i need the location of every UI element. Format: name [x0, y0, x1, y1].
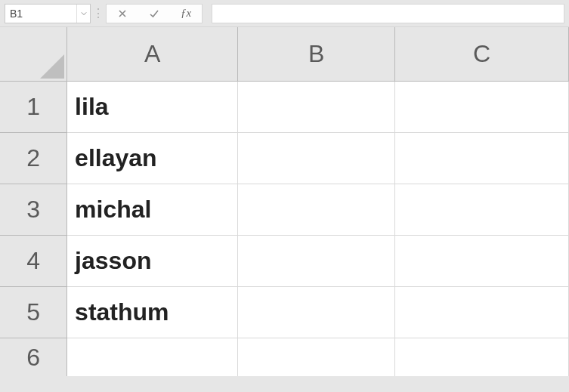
- cell-C3[interactable]: [395, 184, 569, 236]
- select-all-corner[interactable]: [0, 27, 67, 82]
- cell-A5[interactable]: stathum: [67, 287, 238, 338]
- cell-C2[interactable]: [395, 133, 569, 184]
- cell-A1[interactable]: lila: [67, 82, 238, 133]
- cell-A6[interactable]: [67, 338, 238, 376]
- row-header-1[interactable]: 1: [0, 82, 67, 133]
- spreadsheet-grid: A B C 1 lila 2 ellayan 3 michal 4 jasson: [0, 27, 569, 376]
- row-header-2[interactable]: 2: [0, 133, 67, 184]
- row-6: 6: [0, 338, 569, 376]
- row-header-3[interactable]: 3: [0, 184, 67, 236]
- cell-B1[interactable]: [238, 82, 395, 133]
- row-header-6[interactable]: 6: [0, 338, 67, 376]
- cancel-button[interactable]: [107, 5, 138, 23]
- rows: 1 lila 2 ellayan 3 michal 4 jasson 5 sta…: [0, 82, 569, 376]
- cell-A2[interactable]: ellayan: [67, 133, 238, 184]
- formula-input[interactable]: [212, 4, 564, 23]
- cell-B5[interactable]: [238, 287, 395, 338]
- row-5: 5 stathum: [0, 287, 569, 338]
- cell-C6[interactable]: [395, 338, 569, 376]
- column-header-A[interactable]: A: [67, 27, 238, 82]
- column-headers: A B C: [0, 27, 569, 82]
- cell-B6[interactable]: [238, 338, 395, 376]
- cell-B3[interactable]: [238, 184, 395, 236]
- cell-A3[interactable]: michal: [67, 184, 238, 236]
- row-1: 1 lila: [0, 82, 569, 133]
- row-2: 2 ellayan: [0, 133, 569, 184]
- svg-marker-0: [40, 54, 64, 79]
- cell-C5[interactable]: [395, 287, 569, 338]
- cell-A4[interactable]: jasson: [67, 236, 238, 287]
- name-box[interactable]: B1: [5, 4, 91, 23]
- insert-function-button[interactable]: ƒx: [170, 5, 202, 23]
- name-box-dropdown[interactable]: [76, 5, 90, 23]
- row-4: 4 jasson: [0, 236, 569, 287]
- cell-B4[interactable]: [238, 236, 395, 287]
- row-3: 3 michal: [0, 184, 569, 236]
- enter-button[interactable]: [138, 5, 170, 23]
- cell-C1[interactable]: [395, 82, 569, 133]
- column-header-C[interactable]: C: [395, 27, 569, 82]
- cell-B2[interactable]: [238, 133, 395, 184]
- row-header-4[interactable]: 4: [0, 236, 67, 287]
- row-header-5[interactable]: 5: [0, 287, 67, 338]
- name-box-value[interactable]: B1: [5, 6, 76, 21]
- formula-bar: B1 ⋮ ƒx: [0, 0, 569, 27]
- column-header-B[interactable]: B: [238, 27, 395, 82]
- cell-C4[interactable]: [395, 236, 569, 287]
- formula-bar-buttons: ƒx: [106, 4, 203, 23]
